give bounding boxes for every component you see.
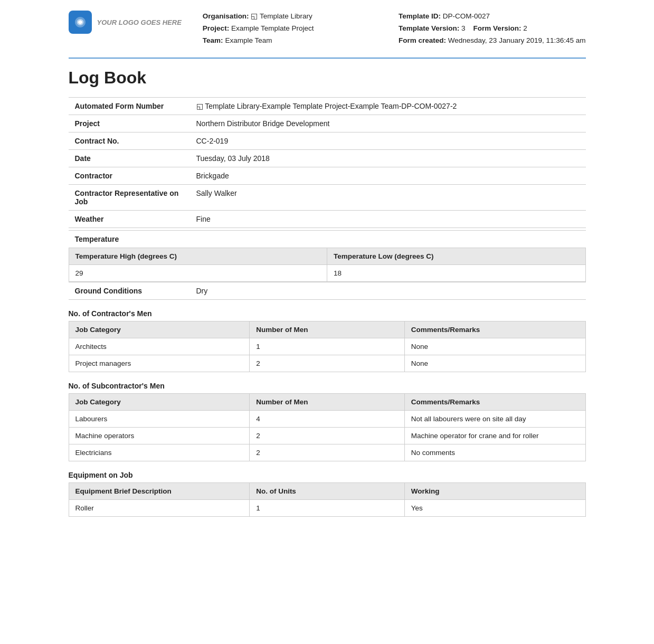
table-cell: 1: [250, 499, 405, 516]
header-middle: Organisation: ◱ Template Library Project…: [203, 11, 377, 47]
form-table: Automated Form Number ◱ Template Library…: [69, 97, 586, 228]
version-line: Template Version: 3 Form Version: 2: [399, 23, 585, 35]
subcontractors-men-header-row: Job Category Number of Men Comments/Rema…: [69, 393, 585, 410]
form-field-value: ◱ Template Library-Example Template Proj…: [190, 97, 586, 115]
contractors-men-section: No. of Contractor's Men Job Category Num…: [69, 302, 586, 372]
table-cell: Architects: [69, 338, 250, 355]
table-row: Project managers2None: [69, 355, 585, 372]
ground-conditions-label: Ground Conditions: [69, 282, 190, 299]
template-version-value: 3: [461, 24, 466, 32]
form-field-row: Contract No. CC-2-019: [69, 132, 586, 149]
form-field-label: Contract No.: [69, 132, 190, 149]
table-row: Labourers4Not all labourers were on site…: [69, 410, 585, 427]
table-cell: Project managers: [69, 355, 250, 372]
template-id-line: Template ID: DP-COM-0027: [399, 11, 585, 23]
form-field-value: Tuesday, 03 July 2018: [190, 149, 586, 167]
table-cell: 1: [250, 338, 405, 355]
contractors-men-label: No. of Contractor's Men: [69, 302, 586, 321]
temperature-section: Temperature Temperature High (degrees C)…: [69, 230, 586, 282]
table-row: Architects1None: [69, 338, 585, 355]
org-line: Organisation: ◱ Template Library: [203, 11, 377, 23]
table-cell: None: [404, 338, 585, 355]
form-created-line: Form created: Wednesday, 23 January 2019…: [399, 35, 585, 47]
subcontractors-men-label: No. of Subcontractor's Men: [69, 374, 586, 393]
table-row: Machine operators2Machine operator for c…: [69, 427, 585, 444]
contractors-col-job: Job Category: [69, 321, 250, 338]
table-cell: No comments: [404, 444, 585, 461]
org-label: Organisation:: [203, 12, 249, 20]
temp-high-header: Temperature High (degrees C): [69, 248, 327, 264]
page-container: YOUR LOGO GOES HERE Organisation: ◱ Temp…: [48, 0, 607, 538]
org-value: ◱ Template Library: [251, 12, 312, 20]
equipment-section: Equipment on Job Equipment Brief Descrip…: [69, 463, 586, 517]
table-row: Roller1Yes: [69, 499, 585, 516]
page-title: Log Book: [69, 68, 586, 88]
table-cell: Not all labourers were on site all day: [404, 410, 585, 427]
table-cell: Electricians: [69, 444, 250, 461]
form-field-value: CC-2-019: [190, 132, 586, 149]
temp-high-value: 29: [69, 264, 327, 281]
equipment-col-working: Working: [404, 482, 585, 499]
temperature-row: 29 18: [69, 264, 585, 281]
logo-icon: [69, 11, 92, 34]
form-created-label: Form created:: [399, 36, 446, 44]
table-cell: 2: [250, 355, 405, 372]
table-cell: Yes: [404, 499, 585, 516]
form-field-label: Project: [69, 115, 190, 132]
temp-low-value: 18: [327, 264, 586, 281]
form-field-row: Contractor Representative on Job Sally W…: [69, 184, 586, 210]
subcontractors-men-section: No. of Subcontractor's Men Job Category …: [69, 374, 586, 461]
table-cell: 2: [250, 427, 405, 444]
subcontractors-men-table: Job Category Number of Men Comments/Rema…: [69, 393, 586, 461]
contractors-men-table: Job Category Number of Men Comments/Rema…: [69, 321, 586, 372]
equipment-col-desc: Equipment Brief Description: [69, 482, 250, 499]
header-divider: [69, 58, 586, 59]
logo-text: YOUR LOGO GOES HERE: [97, 18, 182, 26]
team-value: Example Team: [225, 36, 272, 44]
contractors-col-comments: Comments/Remarks: [404, 321, 585, 338]
form-field-row: Project Northern Distributor Bridge Deve…: [69, 115, 586, 132]
project-value: Example Template Project: [231, 24, 314, 32]
subcontractors-col-job: Job Category: [69, 393, 250, 410]
form-field-value: Fine: [190, 210, 586, 228]
form-field-label: Contractor Representative on Job: [69, 184, 190, 210]
project-label: Project:: [203, 24, 229, 32]
form-field-row: Date Tuesday, 03 July 2018: [69, 149, 586, 167]
table-cell: 2: [250, 444, 405, 461]
subcontractors-col-num: Number of Men: [250, 393, 405, 410]
form-field-row: Contractor Brickgade: [69, 167, 586, 184]
table-row: Electricians2No comments: [69, 444, 585, 461]
temp-low-header: Temperature Low (degrees C): [327, 248, 586, 264]
project-line: Project: Example Template Project: [203, 23, 377, 35]
temperature-table: Temperature High (degrees C) Temperature…: [69, 248, 586, 282]
equipment-table: Equipment Brief Description No. of Units…: [69, 482, 586, 517]
form-created-value: Wednesday, 23 January 2019, 11:36:45 am: [448, 36, 586, 44]
form-version-label: Form Version:: [473, 24, 522, 32]
table-cell: Machine operators: [69, 427, 250, 444]
form-field-value: Northern Distributor Bridge Development: [190, 115, 586, 132]
template-version-label: Template Version:: [399, 24, 459, 32]
form-version-value: 2: [523, 24, 527, 32]
table-cell: Machine operator for crane and for rolle…: [404, 427, 585, 444]
ground-conditions-value: Dry: [190, 282, 586, 299]
team-label: Team:: [203, 36, 223, 44]
template-id-value: DP-COM-0027: [443, 12, 490, 20]
temperature-label: Temperature: [69, 230, 586, 248]
form-field-row: Weather Fine: [69, 210, 586, 228]
form-field-label: Weather: [69, 210, 190, 228]
header: YOUR LOGO GOES HERE Organisation: ◱ Temp…: [69, 11, 586, 55]
form-field-value: Brickgade: [190, 167, 586, 184]
equipment-label: Equipment on Job: [69, 463, 586, 482]
subcontractors-col-comments: Comments/Remarks: [404, 393, 585, 410]
ground-conditions-row: Ground Conditions Dry: [69, 282, 586, 299]
form-field-label: Contractor: [69, 167, 190, 184]
equipment-header-row: Equipment Brief Description No. of Units…: [69, 482, 585, 499]
table-cell: 4: [250, 410, 405, 427]
header-right: Template ID: DP-COM-0027 Template Versio…: [399, 11, 585, 47]
form-field-label: Date: [69, 149, 190, 167]
table-cell: None: [404, 355, 585, 372]
ground-conditions-table: Ground Conditions Dry: [69, 282, 586, 300]
form-field-row: Automated Form Number ◱ Template Library…: [69, 97, 586, 115]
logo-area: YOUR LOGO GOES HERE: [69, 11, 182, 34]
form-field-label: Automated Form Number: [69, 97, 190, 115]
